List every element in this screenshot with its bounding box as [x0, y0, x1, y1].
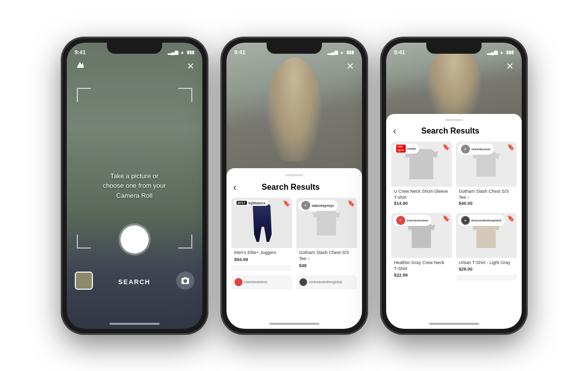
signal-icon: ▂▄▆	[487, 50, 497, 55]
product-card-joggers[interactable]: BYLT byltbasics 🔖 Men's Elite+ Joggers $…	[231, 198, 292, 271]
app-logo	[75, 61, 85, 73]
gallery-thumbnail[interactable]	[75, 272, 93, 290]
product-card-saturdays[interactable]: S saturdaysnyc 🔖 Gotham Slash Chest S/S …	[456, 142, 517, 209]
sheet-title: Search Results	[400, 127, 500, 136]
status-time: 9:41	[394, 49, 405, 55]
sheet-title: Search Results	[241, 183, 340, 192]
phone-3: 9:41 ▂▄▆ ▲ ▮▮▮ ✕ ‹ Search Results	[381, 38, 527, 334]
product-price-thousand: $29.00	[459, 267, 514, 272]
product-image-trueclassic: TC trueclassictees 🔖	[391, 213, 452, 258]
product-price-uniqlo: $14.90	[394, 201, 449, 206]
product-price-joggers: $94.99	[234, 257, 289, 262]
product-card-trueclassic[interactable]: TC trueclassictees 🔖 Heather Gray Crew N…	[391, 213, 452, 280]
bylt-logo: BYLT	[237, 201, 247, 205]
product-image-saturdays: S saturdaysnyc 🔖	[456, 142, 517, 187]
thousand-peek-logo	[299, 278, 307, 286]
search-label: SEARCH	[119, 278, 151, 286]
product-name-uniqlo: U Crew Neck Short-Sleeve T-shirt	[394, 189, 449, 200]
camera-switch-button[interactable]	[176, 272, 194, 290]
product-image-thousand: + thousandmilesglobal 🔖	[456, 213, 517, 258]
phone-2-screen: 9:41 ▂▄▆ ▲ ▮▮▮ ✕ ‹ Search Results	[226, 43, 362, 329]
product-info-joggers: Men's Elite+ Joggers $94.99	[231, 248, 292, 265]
product-info-thousand: Urban T-Shirt - Light Gray $29.00	[456, 258, 517, 275]
uniqlo-brand-name: uniqlo	[407, 147, 416, 150]
bookmark-icon-uniqlo[interactable]: 🔖	[442, 144, 450, 151]
product-price-saturdays: $40.00	[459, 201, 514, 206]
notch	[107, 43, 162, 54]
status-icons: ▂▄▆ ▲ ▮▮▮	[487, 50, 513, 55]
thousand-peek-name: andusandmilesglobal	[309, 280, 342, 284]
sheet-header: ‹ Search Results	[386, 125, 522, 142]
status-icons: ▂▄▆ ▲ ▮▮▮	[168, 50, 194, 55]
product-grid: UNIQLO uniqlo 🔖 U Crew Neck Short-Sleeve…	[386, 142, 522, 285]
camera-hint: Take a picture or choose one from your C…	[103, 171, 166, 200]
notch	[426, 43, 482, 54]
phone-3-shell: 9:41 ▂▄▆ ▲ ▮▮▮ ✕ ‹ Search Results	[381, 38, 527, 334]
phone-2-shell: 9:41 ▂▄▆ ▲ ▮▮▮ ✕ ‹ Search Results	[221, 38, 367, 334]
brand-tag-saturdays: S saturdaysnyc	[298, 200, 337, 211]
bracket-tr	[178, 88, 192, 102]
brand-tag-saturdays: S saturdaysnyc	[458, 144, 494, 155]
battery-icon: ▮▮▮	[346, 50, 354, 55]
peek-card-thousand: andusandmilesglobal	[296, 275, 357, 289]
product-info-trueclassic: Heather Gray Crew Neck T-Shirt $22.99	[391, 258, 452, 280]
shutter-button[interactable]	[121, 225, 149, 254]
trueclassic-brand-name: trueclassictees	[407, 219, 428, 222]
product-info-saturdays: Gotham Slash Chest S/S Tee » $40.00	[456, 187, 517, 209]
saturdays-logo: S	[461, 145, 470, 154]
wifi-icon: ▲	[340, 50, 344, 55]
home-indicator	[109, 323, 160, 325]
product-name-tee: Gotham Slash Chest S/S Tee »	[299, 250, 354, 262]
wifi-icon: ▲	[180, 50, 185, 55]
trueclassic-peek-name: trueclassictees	[245, 280, 268, 284]
saturdays-tshirt-image	[473, 152, 500, 177]
phone-3-screen: 9:41 ▂▄▆ ▲ ▮▮▮ ✕ ‹ Search Results	[386, 43, 522, 329]
thousand-logo: +	[461, 216, 470, 225]
joggers-image	[249, 204, 274, 242]
back-button[interactable]: ‹	[393, 125, 397, 137]
bookmark-icon-trueclassic[interactable]: 🔖	[442, 215, 450, 222]
bracket-tl	[77, 88, 91, 102]
notch	[267, 43, 322, 54]
phone-1-screen: 9:41 ▂▄▆ ▲ ▮▮▮ ✕	[67, 43, 202, 329]
brand-tag-bylt: BYLT byltbasics	[233, 200, 269, 206]
wifi-icon: ▲	[500, 50, 504, 55]
battery-icon: ▮▮▮	[506, 50, 514, 55]
product-name-joggers: Men's Elite+ Joggers	[234, 250, 289, 256]
bookmark-icon[interactable]: 🔖	[283, 200, 290, 207]
peek-row: trueclassictees andusandmilesglobal	[226, 275, 362, 289]
home-indicator	[429, 323, 479, 325]
bookmark-icon-2[interactable]: 🔖	[347, 200, 355, 207]
product-price-trueclassic: $22.99	[394, 273, 449, 278]
close-button[interactable]: ✕	[346, 61, 354, 72]
brand-tag-thousand: + thousandmilesglobal	[458, 215, 505, 226]
bookmark-icon-thousand[interactable]: 🔖	[507, 215, 515, 222]
saturdays-logo: S	[301, 201, 310, 210]
peek-card-trueclassic: trueclassictees	[231, 275, 292, 289]
bottom-sheet: ‹ Search Results BYLT byltbasics 🔖	[226, 168, 362, 328]
thousand-tshirt-image	[473, 223, 500, 248]
saturdays-brand-name: saturdaysnyc	[472, 148, 491, 151]
link-arrow: »	[467, 195, 469, 200]
person-face	[267, 57, 321, 161]
sheet-header: ‹ Search Results	[226, 181, 362, 198]
close-button[interactable]: ✕	[506, 61, 514, 72]
product-name-thousand: Urban T-Shirt - Light Gray	[459, 260, 514, 266]
product-name-saturdays: Gotham Slash Chest S/S Tee »	[459, 189, 514, 200]
product-image-uniqlo: UNIQLO uniqlo 🔖	[391, 142, 452, 187]
trueclassic-peek-logo	[234, 278, 243, 286]
bookmark-icon-saturdays[interactable]: 🔖	[507, 144, 515, 151]
signal-icon: ▂▄▆	[168, 50, 178, 55]
back-button[interactable]: ‹	[233, 181, 237, 193]
full-bottom-sheet: ‹ Search Results UNIQLO uniqlo 🔖	[386, 114, 522, 329]
product-image-tee: S saturdaysnyc 🔖	[296, 198, 357, 248]
product-card-uniqlo[interactable]: UNIQLO uniqlo 🔖 U Crew Neck Short-Sleeve…	[391, 142, 452, 209]
product-card-tee[interactable]: S saturdaysnyc 🔖 Gotham Slash Chest S/S …	[296, 198, 357, 271]
home-indicator	[269, 323, 319, 325]
trueclassic-logo: TC	[396, 216, 405, 225]
bracket-br	[178, 234, 192, 249]
product-card-thousand[interactable]: + thousandmilesglobal 🔖 Urban T-Shirt - …	[456, 213, 517, 280]
product-info-uniqlo: U Crew Neck Short-Sleeve T-shirt $14.90	[391, 187, 452, 209]
link-arrow: »	[308, 257, 310, 261]
close-button[interactable]: ✕	[187, 61, 194, 72]
